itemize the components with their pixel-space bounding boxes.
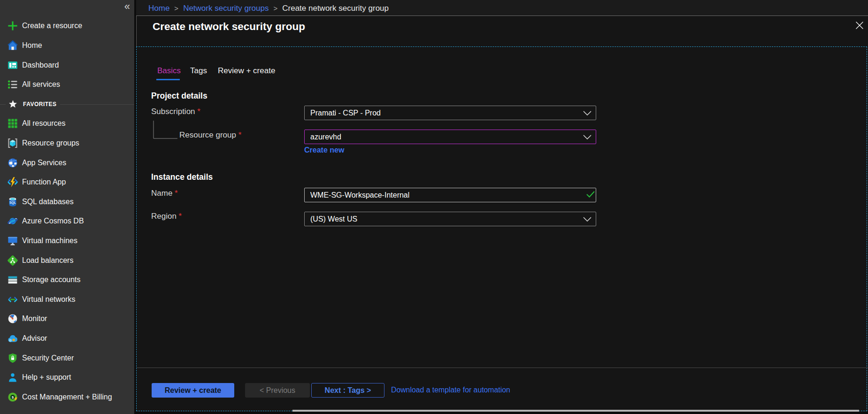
svg-text:$: $ <box>12 395 14 399</box>
svg-text:SQL: SQL <box>9 201 16 205</box>
